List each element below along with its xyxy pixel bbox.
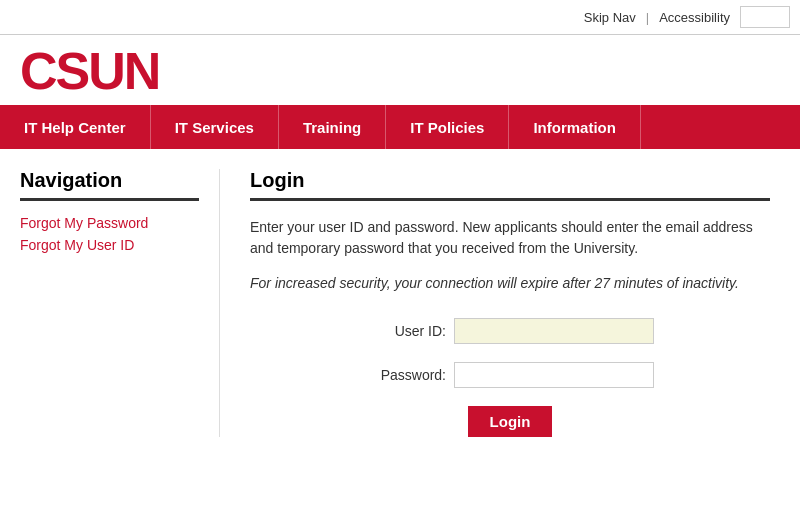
userid-input[interactable] xyxy=(454,318,654,344)
header: CSUN xyxy=(0,35,800,105)
top-bar: Skip Nav | Accessibility xyxy=(0,0,800,35)
password-input[interactable] xyxy=(454,362,654,388)
search-input[interactable] xyxy=(740,6,790,28)
nav-it-policies[interactable]: IT Policies xyxy=(386,105,509,149)
login-description: Enter your user ID and password. New app… xyxy=(250,217,770,259)
sidebar-title: Navigation xyxy=(20,169,199,201)
password-row: Password: xyxy=(250,362,770,388)
login-button[interactable]: Login xyxy=(468,406,553,437)
nav-bar: IT Help Center IT Services Training IT P… xyxy=(0,105,800,149)
userid-row: User ID: xyxy=(250,318,770,344)
forgot-password-link[interactable]: Forgot My Password xyxy=(20,215,199,231)
password-label: Password: xyxy=(366,367,446,383)
main-content: Login Enter your user ID and password. N… xyxy=(220,169,800,437)
nav-information[interactable]: Information xyxy=(509,105,641,149)
security-note: For increased security, your connection … xyxy=(250,273,770,294)
login-title: Login xyxy=(250,169,770,201)
forgot-userid-link[interactable]: Forgot My User ID xyxy=(20,237,199,253)
sidebar: Navigation Forgot My Password Forgot My … xyxy=(0,169,220,437)
nav-training[interactable]: Training xyxy=(279,105,386,149)
nav-it-help-center[interactable]: IT Help Center xyxy=(0,105,151,149)
skip-nav-link[interactable]: Skip Nav xyxy=(584,10,636,25)
nav-it-services[interactable]: IT Services xyxy=(151,105,279,149)
logo: CSUN xyxy=(20,45,159,97)
login-btn-row: Login xyxy=(250,406,770,437)
userid-label: User ID: xyxy=(366,323,446,339)
content-area: Navigation Forgot My Password Forgot My … xyxy=(0,149,800,437)
accessibility-link[interactable]: Accessibility xyxy=(659,10,730,25)
divider: | xyxy=(646,10,649,25)
